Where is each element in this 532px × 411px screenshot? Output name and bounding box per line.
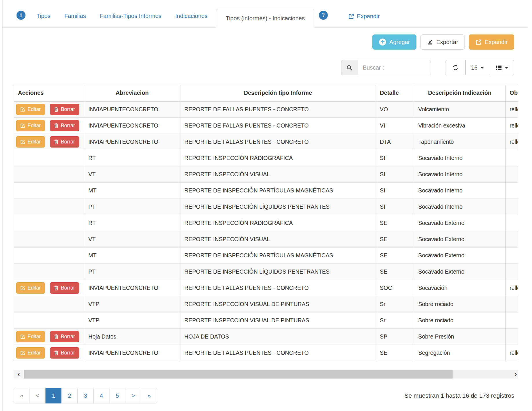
trash-icon (54, 334, 58, 339)
column-header: Descripción Indicación (414, 85, 505, 101)
edit-button[interactable]: Editar (16, 136, 45, 148)
search-addon[interactable] (341, 60, 358, 75)
page-button[interactable]: « (14, 388, 30, 403)
cell-abreviacion: VT (84, 166, 180, 183)
edit-icon (20, 285, 25, 290)
cell-observacion (505, 215, 518, 231)
edit-button[interactable]: Editar (16, 347, 45, 359)
edit-icon (20, 350, 25, 355)
tab-link[interactable]: Familias-Tipos Informes (93, 13, 169, 27)
cell-detalle: SOC (376, 280, 414, 296)
edit-button[interactable]: Editar (16, 104, 45, 115)
add-button[interactable]: + Agregar (372, 34, 416, 50)
refresh-icon (452, 64, 459, 71)
edit-button-label: Editar (28, 334, 41, 340)
expand-link[interactable]: Expandir (348, 13, 380, 20)
table-row: MT REPORTE DE INSPECCIÓN PARTÍCULAS MAGN… (14, 248, 518, 264)
tab-link[interactable]: Indicaciones (168, 13, 214, 27)
page-button[interactable]: 3 (77, 388, 94, 403)
cell-indicacion: Socavado Interno (414, 199, 505, 215)
edit-icon (20, 123, 25, 128)
cell-abreviacion: VTP (84, 296, 180, 312)
cell-acciones (14, 296, 84, 312)
search-input[interactable] (358, 60, 431, 75)
table-row: Editar Borrar INVIAPUENTECONCRETO REPORT… (14, 118, 518, 134)
column-header: Acciones (14, 85, 84, 101)
page-button[interactable]: 4 (93, 388, 109, 403)
delete-button[interactable]: Borrar (50, 136, 79, 148)
tab-link[interactable]: Tipos (30, 13, 57, 27)
cell-indicacion: Socavado Externo (414, 248, 505, 264)
scroll-left-icon[interactable]: ‹ (14, 370, 24, 379)
delete-button[interactable]: Borrar (50, 120, 79, 131)
expand-button-label: Expandir (485, 39, 508, 46)
cell-detalle: Sr (376, 312, 414, 329)
question-circle-icon[interactable]: ? (319, 11, 328, 20)
tab-list: TiposFamiliasFamilias-Tipos InformesIndi… (30, 13, 214, 27)
cell-observacion (505, 264, 518, 280)
table-row: VTP REPORTE INSPECCION VISUAL DE PINTURA… (14, 296, 518, 312)
tab-link[interactable]: Familias (57, 13, 93, 27)
cell-abreviacion: INVIAPUENTECONCRETO (84, 134, 180, 150)
edit-button[interactable]: Editar (16, 331, 45, 342)
expand-button[interactable]: Expandir (469, 34, 514, 50)
cell-tipo-informe: REPORTE INSPECCION VISUAL DE PINTURAS (180, 296, 376, 312)
cell-observacion (505, 199, 518, 215)
chevron-down-icon (480, 67, 484, 69)
export-button-label: Exportar (436, 39, 458, 46)
delete-button[interactable]: Borrar (50, 282, 79, 294)
plus-circle-icon: + (379, 39, 386, 46)
page-button[interactable]: > (125, 388, 141, 403)
page-button[interactable]: < (30, 388, 46, 403)
page-button[interactable]: 5 (109, 388, 125, 403)
delete-button[interactable]: Borrar (50, 331, 79, 342)
scroll-right-icon[interactable]: › (515, 370, 517, 379)
cell-detalle: Sr (376, 296, 414, 312)
cell-tipo-informe: REPORTE DE FALLAS PUENTES - CONCRETO (180, 134, 376, 150)
cell-observacion (505, 231, 518, 248)
export-button[interactable]: Exportar (421, 34, 465, 50)
table-header-row: AccionesAbreviacionDescripción tipo Info… (14, 85, 518, 101)
horizontal-scrollbar[interactable]: ‹ › (14, 370, 518, 379)
cell-detalle: SE (376, 231, 414, 248)
cell-acciones (14, 248, 84, 264)
edit-button[interactable]: Editar (16, 282, 45, 294)
page-button[interactable]: 2 (61, 388, 78, 403)
cell-detalle: VI (376, 118, 414, 134)
bottom-row: «<12345>» Se muestran 1 hasta 16 de 173 … (3, 379, 528, 403)
table-row: VT REPORTE INSPECCIÓN VISUAL SE Socavado… (14, 231, 518, 248)
cell-acciones (14, 166, 84, 183)
page-button[interactable]: » (141, 388, 157, 403)
columns-dropdown[interactable] (490, 60, 514, 75)
cell-abreviacion: INVIAPUENTECONCRETO (84, 345, 180, 361)
cell-indicacion: Socavado Interno (414, 166, 505, 183)
delete-button-label: Borrar (61, 123, 75, 129)
delete-button[interactable]: Borrar (50, 104, 79, 115)
refresh-button[interactable] (445, 60, 466, 75)
page-button[interactable]: 1 (45, 388, 62, 403)
cell-tipo-informe: REPORTE DE FALLAS PUENTES - CONCRETO (180, 101, 376, 118)
cell-acciones (14, 231, 84, 248)
delete-button[interactable]: Borrar (50, 347, 79, 359)
cell-abreviacion: INVIAPUENTECONCRETO (84, 101, 180, 118)
table-row: Editar Borrar INVIAPUENTECONCRETO REPORT… (14, 101, 518, 118)
edit-button[interactable]: Editar (16, 120, 45, 131)
cell-abreviacion: MT (84, 248, 180, 264)
cell-detalle: SP (376, 329, 414, 345)
table-row: MT REPORTE DE INSPECCIÓN PARTÍCULAS MAGN… (14, 183, 518, 199)
table-row: VTP REPORTE INSPECCION VISUAL DE PINTURA… (14, 312, 518, 329)
scrollbar-thumb[interactable] (24, 370, 453, 379)
cell-tipo-informe: HOJA DE DATOS (180, 329, 376, 345)
cell-detalle: VO (376, 101, 414, 118)
expand-link-label: Expandir (357, 13, 380, 20)
cell-observacion: relleno (505, 118, 518, 134)
tab-active[interactable]: Tipos (informes) - Indicaciones (216, 9, 314, 28)
cell-acciones: Editar Borrar (14, 101, 84, 118)
page-size-dropdown[interactable]: 16 (466, 60, 490, 75)
cell-tipo-informe: REPORTE INSPECCIÓN VISUAL (180, 166, 376, 183)
cell-observacion: relleno (505, 345, 518, 361)
cell-tipo-informe: REPORTE DE INSPECCIÓN PARTÍCULAS MAGNÉTI… (180, 183, 376, 199)
external-link-icon (476, 39, 482, 45)
cell-indicacion: Socavado Interno (414, 150, 505, 166)
cell-tipo-informe: REPORTE DE FALLAS PUENTES - CONCRETO (180, 280, 376, 296)
